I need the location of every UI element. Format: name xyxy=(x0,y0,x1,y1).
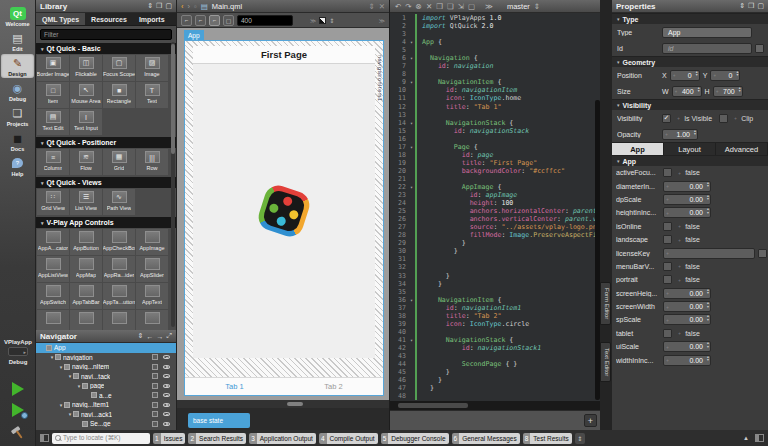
updown-arrows-icon[interactable]: ⇕ xyxy=(534,2,540,11)
y-spinbox[interactable]: ∘0▴▾ xyxy=(710,70,740,81)
split-panel-icon[interactable]: ❐ xyxy=(156,2,162,10)
code-line[interactable]: 22▾ AppImage { xyxy=(390,183,595,191)
library-item-image[interactable]: ▨Image xyxy=(136,55,168,81)
code-line[interactable]: 33 } xyxy=(390,272,595,280)
id-export-button[interactable] xyxy=(755,44,764,53)
property-checkbox[interactable] xyxy=(663,168,672,177)
canvas-color-toggle-icon[interactable] xyxy=(319,17,326,24)
section-geometry[interactable]: ▾Geometry xyxy=(612,56,768,67)
property-checkbox[interactable] xyxy=(663,262,672,271)
visibility-eye-icon[interactable] xyxy=(163,422,170,426)
code-line[interactable]: 24 height: 100 xyxy=(390,199,595,207)
debug-run-button[interactable] xyxy=(0,403,36,417)
code-line[interactable]: 12 title: "Tab 1" xyxy=(390,103,595,111)
library-item-rectangle[interactable]: ■Rectangle xyxy=(103,82,135,108)
code-line[interactable]: 31 xyxy=(390,255,595,263)
output-button-general-messages[interactable]: 6General Messages xyxy=(452,433,520,444)
code-line[interactable]: 5 xyxy=(390,46,595,54)
overflow-chevron-icon[interactable]: ≫ xyxy=(485,2,493,11)
property-spinbox[interactable]: ∘0.00▴▾ xyxy=(663,355,711,366)
library-item-grid[interactable]: ▦Grid xyxy=(103,149,135,175)
library-item-list-view[interactable]: ☰List View xyxy=(70,189,102,215)
code-line[interactable]: 37 id: navigationItem1 xyxy=(390,304,595,312)
library-item-apptabbar[interactable]: AppTabBar xyxy=(70,283,102,309)
section-visibility[interactable]: ▾Visibility xyxy=(612,99,768,110)
format-icon[interactable]: ▢ xyxy=(468,2,475,11)
code-line[interactable]: 41▾ NavigationStack { xyxy=(390,336,595,344)
property-text-input[interactable]: ∘ xyxy=(663,248,755,259)
visibility-eye-icon[interactable] xyxy=(163,384,170,388)
sidebar-item-welcome[interactable]: Qt Welcome xyxy=(1,5,34,28)
property-checkbox[interactable] xyxy=(663,275,672,284)
overflow-chevron-icon[interactable]: ≫ xyxy=(379,17,385,24)
code-line[interactable]: 4▾App { xyxy=(390,38,595,46)
code-line[interactable]: 39 icon: IconType.circle xyxy=(390,320,595,328)
property-checkbox[interactable] xyxy=(663,235,672,244)
code-line[interactable]: 16 xyxy=(390,135,595,143)
move-left-icon[interactable]: ← xyxy=(146,333,153,340)
export-toggle[interactable] xyxy=(152,402,158,408)
property-checkbox[interactable] xyxy=(663,222,672,231)
library-item-appimage[interactable]: AppImage xyxy=(136,229,168,255)
library-item-text-edit[interactable]: ▤Text Edit xyxy=(37,109,69,135)
library-filter-input[interactable]: Filter xyxy=(40,29,172,40)
navigator-row-page[interactable]: ▾page xyxy=(36,381,176,391)
close-icon[interactable]: ✕ xyxy=(426,2,432,11)
library-section-header[interactable]: ▾Qt Quick - Positioner xyxy=(36,137,176,148)
property-spinbox[interactable]: ∘0.00▴▾ xyxy=(663,341,711,352)
code-line[interactable]: 26 anchors.verticalCenter: parent.vertic… xyxy=(390,215,595,223)
external-icon[interactable]: ⤢ xyxy=(166,332,172,340)
close-panel-icon[interactable]: ▢ xyxy=(165,2,172,10)
code-line[interactable]: 7 id: navigation xyxy=(390,62,595,70)
copy-icon[interactable]: ❐ xyxy=(436,2,443,11)
overflow-chevron-icon[interactable]: ≫ xyxy=(310,17,316,24)
code-line[interactable]: 40 xyxy=(390,328,595,336)
library-item-column[interactable]: ≡Column xyxy=(37,149,69,175)
code-line[interactable]: 9▾ NavigationItem { xyxy=(390,78,595,86)
code-line[interactable]: 47 } xyxy=(390,384,595,392)
library-item-row[interactable]: |||Row xyxy=(136,149,168,175)
section-app[interactable]: ▾App xyxy=(612,155,768,166)
code-line[interactable]: 30 } xyxy=(390,247,595,255)
updown-arrows-icon[interactable]: ⇕ xyxy=(138,332,144,340)
base-state-button[interactable]: base state xyxy=(188,413,250,428)
expand-bottom-panel-icon[interactable]: ▲ xyxy=(743,435,749,441)
sidebar-item-docs[interactable]: ◼ Docs xyxy=(1,129,34,153)
library-item-text-input[interactable]: IText Input xyxy=(70,109,102,135)
library-item-flickable[interactable]: ◫Flickable xyxy=(70,55,102,81)
code-horizontal-scrollbar[interactable] xyxy=(390,401,600,410)
id-input[interactable]: id xyxy=(662,43,752,54)
navigator-row-se-ge[interactable]: Se...ge xyxy=(36,419,176,429)
code-line[interactable]: 15 id: navigationStack xyxy=(390,127,595,135)
code-line[interactable]: 17▾ Page { xyxy=(390,143,595,151)
updown-arrows-icon[interactable]: ⇕ xyxy=(739,2,745,10)
visibility-eye-icon[interactable] xyxy=(163,374,170,378)
code-line[interactable]: 2import QtQuick 2.0 xyxy=(390,22,595,30)
code-lines[interactable]: 1import VPlayApps 1.02import QtQuick 2.0… xyxy=(390,14,595,400)
build-button[interactable] xyxy=(0,426,36,439)
toggle-left-sidebar-icon[interactable] xyxy=(40,434,49,442)
preview-tab-2[interactable]: Tab 2 xyxy=(284,378,383,395)
library-item-grid-view[interactable]: ∷Grid View xyxy=(37,189,69,215)
navigator-row-navigation[interactable]: ▾navigation xyxy=(36,353,176,363)
code-line[interactable]: 3 xyxy=(390,30,595,38)
root-width-field[interactable]: 400 xyxy=(237,15,293,26)
forward-icon[interactable]: › xyxy=(188,2,191,11)
tab-resources[interactable]: Resources xyxy=(85,13,133,25)
library-item-clipped[interactable] xyxy=(70,310,102,330)
toggle-right-sidebar-icon[interactable] xyxy=(755,434,764,442)
property-spinbox[interactable]: ∘0.00▴▾ xyxy=(663,207,711,218)
property-spinbox[interactable]: ∘0.00▴▾ xyxy=(663,301,711,312)
output-button-debugger-console[interactable]: 5Debugger Console xyxy=(381,433,449,444)
undo-icon[interactable]: ↶ xyxy=(395,2,401,11)
updown-arrows-icon[interactable]: ⇕ xyxy=(368,2,374,11)
tab-imports[interactable]: Imports xyxy=(133,13,171,25)
code-line[interactable]: 38 title: "Tab 2" xyxy=(390,312,595,320)
export-toggle[interactable] xyxy=(152,354,158,360)
output-button-application-output[interactable]: 3Application Output xyxy=(249,433,316,444)
library-item-apptext[interactable]: AppText xyxy=(136,283,168,309)
sidebar-item-projects[interactable]: ❏ Projects xyxy=(1,104,34,128)
close-circle-icon[interactable]: ⊗ xyxy=(416,2,422,11)
export-toggle[interactable] xyxy=(152,421,158,427)
kit-thumbnail[interactable]: ▸ xyxy=(8,347,28,356)
